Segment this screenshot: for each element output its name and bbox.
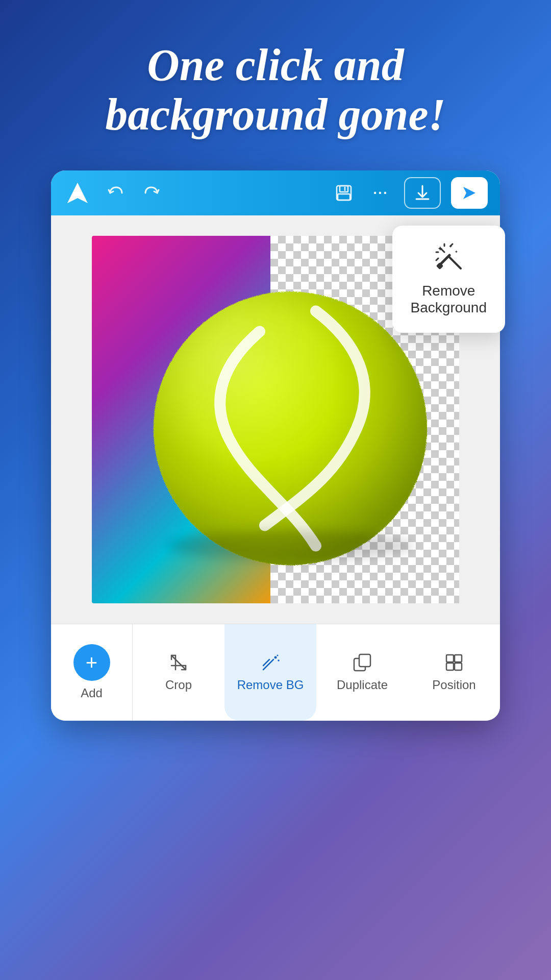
svg-rect-36 — [446, 663, 454, 670]
svg-rect-2 — [337, 186, 351, 200]
headline: One click and background gone! — [74, 41, 476, 140]
svg-point-12 — [168, 530, 413, 561]
svg-point-29 — [274, 656, 277, 659]
svg-line-18 — [436, 258, 438, 260]
svg-point-30 — [278, 659, 280, 662]
svg-rect-33 — [359, 654, 370, 667]
remove-bg-tooltip[interactable]: ✦ ✦ ✦ Remove Background — [392, 226, 505, 333]
more-button[interactable]: ··· — [367, 180, 394, 206]
svg-point-31 — [277, 655, 279, 656]
send-button[interactable] — [451, 177, 488, 209]
svg-text:✦: ✦ — [448, 243, 453, 249]
add-circle-btn[interactable]: + — [73, 644, 110, 681]
add-label: Add — [81, 686, 103, 700]
crop-label: Crop — [165, 678, 192, 692]
svg-text:✦: ✦ — [455, 250, 458, 254]
bottom-toolbar: + Add Crop Remove BG — [51, 624, 500, 721]
save-button[interactable] — [331, 180, 357, 206]
svg-rect-37 — [455, 663, 462, 670]
download-button[interactable] — [404, 177, 441, 209]
redo-button[interactable] — [139, 180, 165, 206]
tooltip-text: Remove Background — [411, 282, 487, 316]
svg-rect-4 — [338, 194, 350, 200]
svg-rect-35 — [455, 655, 462, 662]
duplicate-label: Duplicate — [337, 678, 388, 692]
svg-rect-34 — [446, 655, 454, 662]
toolbar: ··· — [51, 170, 500, 215]
svg-rect-3 — [340, 186, 348, 192]
add-item[interactable]: + Add — [51, 624, 133, 721]
svg-point-11 — [154, 291, 427, 565]
app-logo — [63, 179, 92, 207]
app-window: ··· — [51, 170, 500, 721]
image-container: ✦ ✦ ✦ Remove Background — [92, 236, 459, 603]
duplicate-item[interactable]: Duplicate — [316, 624, 408, 721]
wand-icon: ✦ ✦ ✦ — [434, 242, 463, 276]
svg-line-13 — [448, 256, 461, 268]
crop-item[interactable]: Crop — [133, 624, 224, 721]
position-item[interactable]: Position — [408, 624, 500, 721]
position-label: Position — [432, 678, 475, 692]
svg-line-24 — [171, 655, 186, 670]
remove-bg-item[interactable]: Remove BG — [224, 624, 316, 721]
svg-marker-1 — [67, 183, 78, 203]
svg-marker-6 — [463, 187, 475, 199]
svg-text:✦: ✦ — [437, 244, 443, 253]
remove-bg-label: Remove BG — [237, 678, 304, 692]
undo-button[interactable] — [102, 180, 129, 206]
canvas-area: ✦ ✦ ✦ Remove Background — [51, 215, 500, 624]
